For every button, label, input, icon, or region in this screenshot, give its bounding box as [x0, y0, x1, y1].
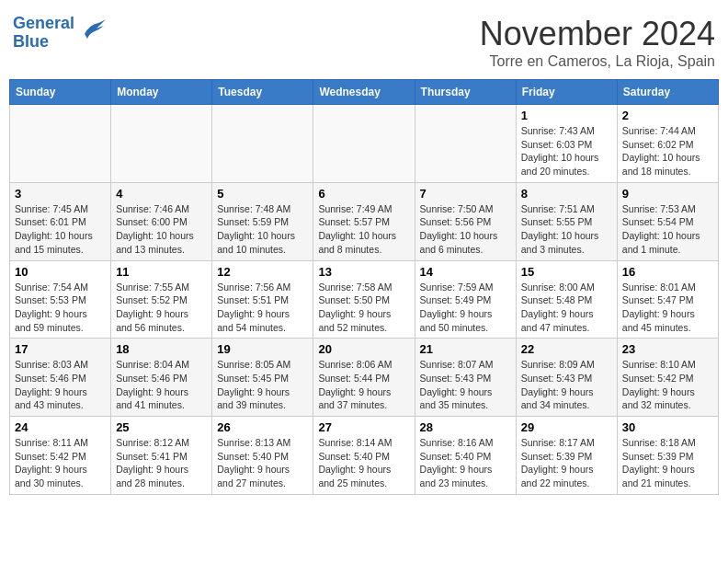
day-number: 7 — [420, 187, 511, 201]
day-number: 24 — [15, 420, 106, 434]
calendar-cell — [111, 105, 212, 183]
day-info: Sunrise: 7:44 AM Sunset: 6:02 PM Dayligh… — [622, 124, 713, 178]
page-header: General Blue November 2024 Torre en Came… — [9, 9, 719, 75]
day-info: Sunrise: 8:05 AM Sunset: 5:45 PM Dayligh… — [217, 358, 308, 412]
day-info: Sunrise: 8:09 AM Sunset: 5:43 PM Dayligh… — [521, 358, 612, 412]
day-number: 16 — [622, 265, 713, 279]
day-info: Sunrise: 7:46 AM Sunset: 6:00 PM Dayligh… — [116, 202, 207, 257]
calendar-cell: 21Sunrise: 8:07 AM Sunset: 5:43 PM Dayli… — [415, 339, 516, 417]
day-number: 15 — [521, 265, 612, 279]
calendar-cell: 27Sunrise: 8:14 AM Sunset: 5:40 PM Dayli… — [313, 417, 415, 495]
calendar-cell: 13Sunrise: 7:58 AM Sunset: 5:50 PM Dayli… — [313, 260, 415, 339]
day-number: 2 — [622, 109, 713, 122]
calendar-week-row: 1Sunrise: 7:43 AM Sunset: 6:03 PM Daylig… — [10, 105, 719, 183]
calendar-cell: 7Sunrise: 7:50 AM Sunset: 5:56 PM Daylig… — [415, 182, 516, 260]
day-info: Sunrise: 7:43 AM Sunset: 6:03 PM Dayligh… — [521, 124, 612, 178]
day-number: 4 — [116, 187, 207, 201]
calendar-header-row: SundayMondayTuesdayWednesdayThursdayFrid… — [10, 80, 719, 105]
day-number: 28 — [420, 420, 511, 434]
day-number: 8 — [521, 187, 612, 201]
calendar-cell: 17Sunrise: 8:03 AM Sunset: 5:46 PM Dayli… — [10, 339, 111, 417]
logo-blue: Blue — [13, 32, 49, 51]
day-info: Sunrise: 7:59 AM Sunset: 5:49 PM Dayligh… — [420, 281, 511, 335]
day-number: 26 — [217, 420, 308, 434]
calendar-week-row: 10Sunrise: 7:54 AM Sunset: 5:53 PM Dayli… — [10, 260, 719, 339]
calendar-cell: 3Sunrise: 7:45 AM Sunset: 6:01 PM Daylig… — [10, 182, 111, 260]
day-info: Sunrise: 8:11 AM Sunset: 5:42 PM Dayligh… — [15, 436, 106, 490]
day-info: Sunrise: 7:49 AM Sunset: 5:57 PM Dayligh… — [318, 202, 409, 257]
day-info: Sunrise: 8:14 AM Sunset: 5:40 PM Dayligh… — [318, 436, 409, 490]
calendar-week-row: 24Sunrise: 8:11 AM Sunset: 5:42 PM Dayli… — [10, 417, 719, 495]
day-info: Sunrise: 7:54 AM Sunset: 5:53 PM Dayligh… — [15, 281, 106, 335]
day-info: Sunrise: 7:55 AM Sunset: 5:52 PM Dayligh… — [116, 281, 207, 335]
day-number: 25 — [116, 420, 207, 434]
bird-svg — [80, 16, 108, 43]
calendar-cell: 19Sunrise: 8:05 AM Sunset: 5:45 PM Dayli… — [212, 339, 313, 417]
calendar-cell: 11Sunrise: 7:55 AM Sunset: 5:52 PM Dayli… — [111, 260, 212, 339]
month-title: November 2024 — [480, 15, 715, 53]
day-number: 20 — [318, 342, 409, 356]
day-info: Sunrise: 8:04 AM Sunset: 5:46 PM Dayligh… — [116, 358, 207, 412]
day-number: 5 — [217, 187, 308, 201]
day-number: 21 — [420, 342, 511, 356]
day-number: 6 — [318, 187, 409, 201]
day-number: 10 — [15, 265, 106, 279]
day-info: Sunrise: 8:13 AM Sunset: 5:40 PM Dayligh… — [217, 436, 308, 490]
weekday-header-thursday: Thursday — [415, 80, 516, 105]
calendar-cell: 15Sunrise: 8:00 AM Sunset: 5:48 PM Dayli… — [516, 260, 617, 339]
calendar-cell — [10, 105, 111, 183]
calendar-cell: 29Sunrise: 8:17 AM Sunset: 5:39 PM Dayli… — [516, 417, 617, 495]
calendar-cell: 14Sunrise: 7:59 AM Sunset: 5:49 PM Dayli… — [415, 260, 516, 339]
day-number: 13 — [318, 265, 409, 279]
day-info: Sunrise: 7:56 AM Sunset: 5:51 PM Dayligh… — [217, 281, 308, 335]
day-number: 23 — [622, 342, 713, 356]
day-info: Sunrise: 7:45 AM Sunset: 6:01 PM Dayligh… — [15, 202, 106, 257]
day-number: 3 — [15, 187, 106, 201]
day-info: Sunrise: 8:06 AM Sunset: 5:44 PM Dayligh… — [318, 358, 409, 412]
day-info: Sunrise: 8:07 AM Sunset: 5:43 PM Dayligh… — [420, 358, 511, 412]
day-info: Sunrise: 8:12 AM Sunset: 5:41 PM Dayligh… — [116, 436, 207, 490]
calendar-cell: 9Sunrise: 7:53 AM Sunset: 5:54 PM Daylig… — [617, 182, 718, 260]
calendar-cell: 10Sunrise: 7:54 AM Sunset: 5:53 PM Dayli… — [10, 260, 111, 339]
day-info: Sunrise: 8:16 AM Sunset: 5:40 PM Dayligh… — [420, 436, 511, 490]
calendar-cell: 25Sunrise: 8:12 AM Sunset: 5:41 PM Dayli… — [111, 417, 212, 495]
day-number: 9 — [622, 187, 713, 201]
weekday-header-sunday: Sunday — [10, 80, 111, 105]
day-number: 19 — [217, 342, 308, 356]
day-info: Sunrise: 7:53 AM Sunset: 5:54 PM Dayligh… — [622, 202, 713, 257]
day-number: 12 — [217, 265, 308, 279]
calendar-table: SundayMondayTuesdayWednesdayThursdayFrid… — [9, 79, 719, 495]
day-info: Sunrise: 8:00 AM Sunset: 5:48 PM Dayligh… — [521, 281, 612, 335]
day-info: Sunrise: 8:03 AM Sunset: 5:46 PM Dayligh… — [15, 358, 106, 412]
day-number: 18 — [116, 342, 207, 356]
calendar-cell: 26Sunrise: 8:13 AM Sunset: 5:40 PM Dayli… — [212, 417, 313, 495]
calendar-cell: 5Sunrise: 7:48 AM Sunset: 5:59 PM Daylig… — [212, 182, 313, 260]
weekday-header-saturday: Saturday — [617, 80, 718, 105]
day-info: Sunrise: 7:48 AM Sunset: 5:59 PM Dayligh… — [217, 202, 308, 257]
calendar-cell: 20Sunrise: 8:06 AM Sunset: 5:44 PM Dayli… — [313, 339, 415, 417]
calendar-cell: 2Sunrise: 7:44 AM Sunset: 6:02 PM Daylig… — [617, 105, 718, 183]
day-number: 11 — [116, 265, 207, 279]
day-info: Sunrise: 8:01 AM Sunset: 5:47 PM Dayligh… — [622, 281, 713, 335]
calendar-cell: 1Sunrise: 7:43 AM Sunset: 6:03 PM Daylig… — [516, 105, 617, 183]
weekday-header-tuesday: Tuesday — [212, 80, 313, 105]
logo: General Blue — [13, 15, 108, 52]
calendar-cell: 4Sunrise: 7:46 AM Sunset: 6:00 PM Daylig… — [111, 182, 212, 260]
weekday-header-friday: Friday — [516, 80, 617, 105]
calendar-cell — [415, 105, 516, 183]
calendar-cell: 8Sunrise: 7:51 AM Sunset: 5:55 PM Daylig… — [516, 182, 617, 260]
calendar-week-row: 17Sunrise: 8:03 AM Sunset: 5:46 PM Dayli… — [10, 339, 719, 417]
logo-bird-icon — [80, 16, 108, 50]
calendar-cell: 22Sunrise: 8:09 AM Sunset: 5:43 PM Dayli… — [516, 339, 617, 417]
day-number: 22 — [521, 342, 612, 356]
calendar-cell: 23Sunrise: 8:10 AM Sunset: 5:42 PM Dayli… — [617, 339, 718, 417]
day-number: 27 — [318, 420, 409, 434]
calendar-cell: 30Sunrise: 8:18 AM Sunset: 5:39 PM Dayli… — [617, 417, 718, 495]
day-info: Sunrise: 8:17 AM Sunset: 5:39 PM Dayligh… — [521, 436, 612, 490]
calendar-cell: 28Sunrise: 8:16 AM Sunset: 5:40 PM Dayli… — [415, 417, 516, 495]
calendar-cell: 6Sunrise: 7:49 AM Sunset: 5:57 PM Daylig… — [313, 182, 415, 260]
day-info: Sunrise: 8:18 AM Sunset: 5:39 PM Dayligh… — [622, 436, 713, 490]
day-number: 1 — [521, 109, 612, 122]
calendar-week-row: 3Sunrise: 7:45 AM Sunset: 6:01 PM Daylig… — [10, 182, 719, 260]
day-number: 30 — [622, 420, 713, 434]
